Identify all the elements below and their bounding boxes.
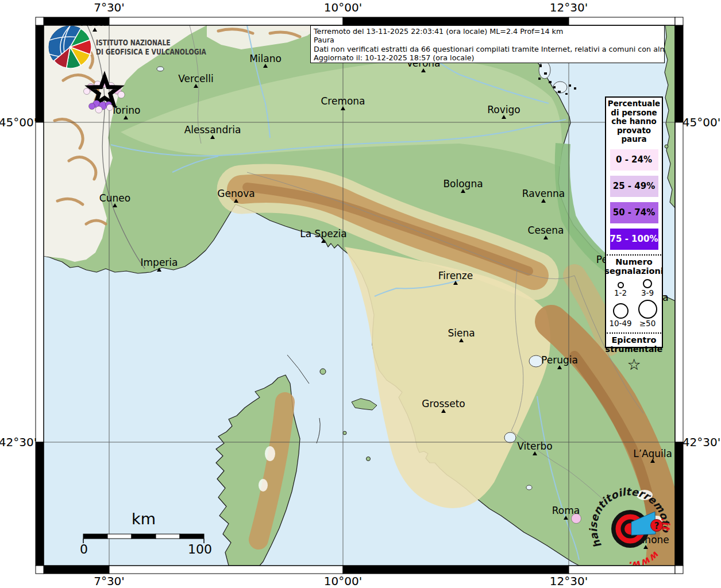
pianosa-island <box>343 431 346 435</box>
city-label-cuneo: Cuneo <box>99 192 130 204</box>
ingv-logo <box>49 26 91 68</box>
question-glyph: ? <box>654 521 660 531</box>
city-label-cesena: Cesena <box>528 225 564 236</box>
capraia-island <box>320 369 326 374</box>
city-label-la-spezia: La Spezia <box>300 228 346 239</box>
map-stage: AostaMilanoVercelliVeronaCremonaTorinoRo… <box>0 0 721 588</box>
felt-report-dot-10 <box>89 103 95 110</box>
felt-report-dot-13 <box>572 514 581 524</box>
city-label-siena: Siena <box>448 327 475 339</box>
felt-report-dot-6 <box>84 88 90 95</box>
city-label-firenze: Firenze <box>438 270 473 281</box>
city-label-verona: Verona <box>407 57 441 69</box>
city-label-viterbo: Viterbo <box>517 440 552 452</box>
felt-report-dot-12 <box>107 105 113 111</box>
city-label-ravenna: Ravenna <box>522 188 565 199</box>
adriatic-islet <box>665 145 668 148</box>
city-label-bologna: Bologna <box>443 178 483 189</box>
montecristo-island <box>367 457 371 461</box>
city-label-l-aquila: L’Aquila <box>633 448 672 459</box>
city-label-vercelli: Vercelli <box>178 73 213 84</box>
corsica-snow <box>259 479 268 492</box>
city-label-milano: Milano <box>249 53 282 64</box>
corsica-snow <box>265 446 275 461</box>
city-label-alessandria: Alessandria <box>184 124 241 136</box>
map-canvas: AostaMilanoVercelliVeronaCremonaTorinoRo… <box>0 0 721 588</box>
city-label-imperia: Imperia <box>141 257 178 268</box>
city-label-cremona: Cremona <box>321 95 365 107</box>
city-label-genova: Genova <box>217 188 255 199</box>
city-label-pesaro: Pesaro <box>596 254 629 265</box>
city-label-grosseto: Grosseto <box>422 398 465 409</box>
felt-report-dot-11 <box>95 106 102 113</box>
city-label-perugia: Perugia <box>541 354 578 366</box>
city-label-ancona: Ancona <box>632 292 668 303</box>
felt-report-dot-5 <box>118 91 125 98</box>
city-label-rovigo: Rovigo <box>487 104 520 115</box>
